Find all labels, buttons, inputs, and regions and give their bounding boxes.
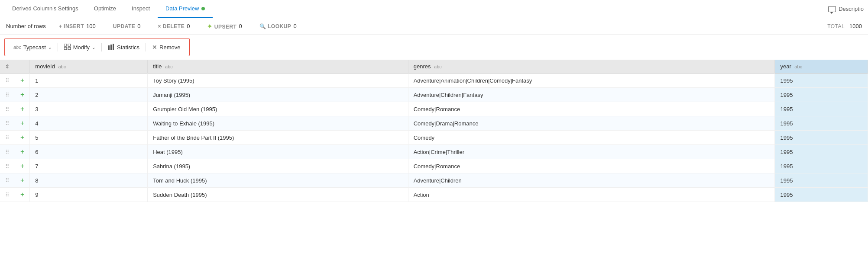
cell-year: 1995 [775, 159, 868, 173]
col-header-title[interactable]: title abc [148, 60, 408, 74]
typecast-prefix: abc [13, 45, 21, 50]
row-sort-handle: ⠿ [0, 74, 15, 88]
plus-icon[interactable]: + [20, 91, 24, 98]
column-toolbar: abc Typecast ⌄ Modify ⌄ Statistics ✕ [4, 38, 190, 56]
description-button[interactable]: Descriptio [828, 6, 864, 12]
table-row: ⠿+2Jumanji (1995)Adventure|Children|Fant… [0, 88, 868, 102]
cell-movieid: 9 [30, 188, 148, 202]
modify-label: Modify [73, 44, 90, 51]
cell-genres: Action|Crime|Thriller [408, 145, 775, 159]
cell-title: Sudden Death (1995) [148, 188, 408, 202]
statistics-button[interactable]: Statistics [104, 42, 144, 53]
cell-year: 1995 [775, 131, 868, 145]
cell-title: Jumanji (1995) [148, 88, 408, 102]
svg-rect-1 [68, 44, 71, 46]
cell-year: 1995 [775, 116, 868, 131]
row-sort-handle: ⠿ [0, 173, 15, 188]
row-add-button[interactable]: + [15, 173, 30, 188]
plus-icon[interactable]: + [20, 162, 24, 170]
col-header-sort: ⇕ [0, 60, 15, 74]
cell-genres: Comedy [408, 131, 775, 145]
row-add-button[interactable]: + [15, 131, 30, 145]
statistics-icon [108, 44, 115, 51]
remove-label: Remove [159, 44, 180, 51]
row-add-button[interactable]: + [15, 116, 30, 131]
svg-rect-3 [68, 47, 71, 50]
cell-movieid: 1 [30, 74, 148, 88]
table-row: ⠿+8Tom and Huck (1995)Adventure|Children… [0, 173, 868, 188]
stat-insert: + INSERT 100 [59, 23, 96, 29]
stat-lookup: 🔍 LOOKUP 0 [259, 23, 297, 29]
remove-button[interactable]: ✕ Remove [148, 42, 185, 52]
sort-icon: ⇕ [5, 64, 10, 70]
cell-movieid: 8 [30, 173, 148, 188]
cell-year: 1995 [775, 74, 868, 88]
cell-year: 1995 [775, 88, 868, 102]
plus-icon[interactable]: + [20, 191, 24, 198]
tab-inspect[interactable]: Inspect [124, 0, 158, 18]
table-row: ⠿+7Sabrina (1995)Comedy|Romance1995 [0, 159, 868, 173]
typecast-label: Typecast [23, 44, 46, 51]
table-row: ⠿+6Heat (1995)Action|Crime|Thriller1995 [0, 145, 868, 159]
row-add-button[interactable]: + [15, 159, 30, 173]
table-row: ⠿+4Waiting to Exhale (1995)Comedy|Drama|… [0, 116, 868, 131]
row-add-button[interactable]: + [15, 102, 30, 116]
plus-icon[interactable]: + [20, 77, 24, 84]
cell-year: 1995 [775, 102, 868, 116]
plus-icon[interactable]: + [20, 134, 24, 141]
divider-2 [101, 43, 102, 51]
row-sort-handle: ⠿ [0, 188, 15, 202]
cell-movieid: 5 [30, 131, 148, 145]
cell-title: Tom and Huck (1995) [148, 173, 408, 188]
typecast-button[interactable]: abc Typecast ⌄ [9, 42, 56, 52]
data-table: ⇕ movieId abc title abc genres abc year … [0, 60, 868, 202]
cell-title: Heat (1995) [148, 145, 408, 159]
plus-icon[interactable]: + [20, 148, 24, 155]
row-sort-handle: ⠿ [0, 145, 15, 159]
row-add-button[interactable]: + [15, 145, 30, 159]
cell-movieid: 2 [30, 88, 148, 102]
col-header-movieid[interactable]: movieId abc [30, 60, 148, 74]
cell-genres: Comedy|Romance [408, 102, 775, 116]
row-sort-handle: ⠿ [0, 116, 15, 131]
cell-genres: Adventure|Animation|Children|Comedy|Fant… [408, 74, 775, 88]
cell-movieid: 4 [30, 116, 148, 131]
comment-icon [828, 6, 836, 12]
table-row: ⠿+1Toy Story (1995)Adventure|Animation|C… [0, 74, 868, 88]
cell-title: Sabrina (1995) [148, 159, 408, 173]
tab-optimize[interactable]: Optimize [86, 0, 124, 18]
col-header-year[interactable]: year abc [775, 60, 868, 74]
plus-icon[interactable]: + [20, 119, 24, 127]
cell-title: Toy Story (1995) [148, 74, 408, 88]
cell-movieid: 7 [30, 159, 148, 173]
cell-title: Father of the Bride Part II (1995) [148, 131, 408, 145]
cell-title: Grumpier Old Men (1995) [148, 102, 408, 116]
row-add-button[interactable]: + [15, 188, 30, 202]
stat-upsert: ✦ UPSERT 0 [207, 23, 242, 30]
tab-data-preview[interactable]: Data Preview [158, 0, 213, 18]
cell-genres: Action [408, 188, 775, 202]
row-sort-handle: ⠿ [0, 102, 15, 116]
svg-rect-0 [64, 44, 67, 46]
row-add-button[interactable]: + [15, 74, 30, 88]
tab-derived-col-settings[interactable]: Derived Column's Settings [4, 0, 86, 18]
cell-movieid: 6 [30, 145, 148, 159]
col-header-genres[interactable]: genres abc [408, 60, 775, 74]
divider-3 [146, 43, 146, 51]
cell-genres: Comedy|Romance [408, 159, 775, 173]
number-of-rows-label: Number of rows [6, 23, 46, 29]
cell-year: 1995 [775, 145, 868, 159]
plus-icon[interactable]: + [20, 176, 24, 184]
cell-genres: Adventure|Children|Fantasy [408, 88, 775, 102]
cell-movieid: 3 [30, 102, 148, 116]
stat-total: TOTAL 1000 [827, 23, 862, 29]
plus-icon[interactable]: + [20, 105, 24, 112]
modify-chevron: ⌄ [92, 45, 95, 50]
svg-rect-4 [108, 45, 110, 50]
row-sort-handle: ⠿ [0, 159, 15, 173]
modify-button[interactable]: Modify ⌄ [60, 42, 100, 53]
tab-bar: Derived Column's Settings Optimize Inspe… [0, 0, 868, 18]
cell-title: Waiting to Exhale (1995) [148, 116, 408, 131]
row-add-button[interactable]: + [15, 88, 30, 102]
typecast-chevron: ⌄ [48, 45, 52, 50]
